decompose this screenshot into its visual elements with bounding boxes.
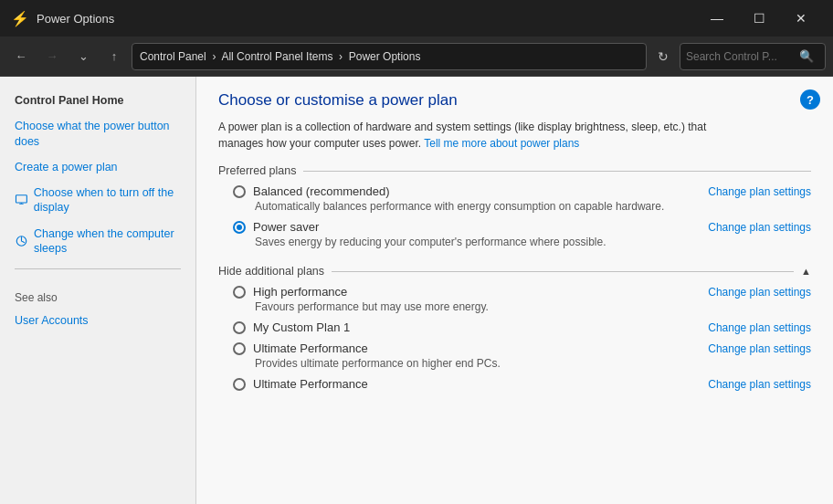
- plan-item-ultimate1: Ultimate Performance Change plan setting…: [233, 341, 811, 370]
- sidebar-item-create-plan[interactable]: Create a power plan: [0, 154, 195, 180]
- plan-label-highperf[interactable]: High performance: [233, 285, 347, 299]
- sidebar-item-sleep[interactable]: Change when the computer sleeps: [0, 221, 195, 262]
- change-plan-highperf[interactable]: Change plan settings: [708, 286, 811, 299]
- plan-name-custom: My Custom Plan 1: [253, 320, 350, 334]
- sleep-icon: [15, 233, 28, 249]
- plan-item-custom: My Custom Plan 1 Change plan settings: [233, 320, 811, 334]
- forward-button[interactable]: →: [38, 43, 66, 70]
- change-plan-custom[interactable]: Change plan settings: [708, 321, 811, 334]
- plan-item-balanced: Balanced (recommended) Change plan setti…: [233, 184, 811, 213]
- window-title: Power Options: [37, 12, 689, 26]
- plan-label-custom[interactable]: My Custom Plan 1: [233, 320, 350, 334]
- svg-rect-0: [16, 195, 26, 203]
- maximize-button[interactable]: ☐: [738, 0, 780, 37]
- plan-item-ultimate2: Ultimate Performance Change plan setting…: [233, 377, 811, 391]
- radio-powersaver[interactable]: [233, 221, 246, 234]
- radio-custom[interactable]: [233, 321, 246, 334]
- plan-label-ultimate2[interactable]: Ultimate Performance: [233, 377, 368, 391]
- dropdown-button[interactable]: ⌄: [69, 43, 97, 70]
- preferred-plans-label: Preferred plans: [218, 164, 296, 177]
- plan-row-custom: My Custom Plan 1 Change plan settings: [233, 320, 811, 334]
- window-controls: — ☐ ✕: [696, 0, 822, 37]
- plan-row-balanced: Balanced (recommended) Change plan setti…: [233, 184, 811, 198]
- change-plan-ultimate1[interactable]: Change plan settings: [708, 342, 811, 355]
- sidebar-item-power-button[interactable]: Choose what the power button does: [0, 113, 195, 154]
- up-button[interactable]: ↑: [100, 43, 128, 70]
- change-plan-powersaver[interactable]: Change plan settings: [708, 221, 811, 234]
- change-plan-balanced[interactable]: Change plan settings: [708, 185, 811, 198]
- radio-ultimate2[interactable]: [233, 378, 246, 391]
- content-area: ? Choose or customise a power plan A pow…: [196, 77, 833, 504]
- plan-item-powersaver: Power saver Change plan settings Saves e…: [233, 220, 811, 248]
- additional-plans-label: Hide additional plans: [218, 265, 324, 278]
- preferred-plans-header: Preferred plans: [218, 164, 811, 177]
- see-also-label: See also: [0, 277, 195, 308]
- address-input[interactable]: [132, 43, 647, 70]
- sidebar-home-label: Control Panel Home: [15, 93, 123, 108]
- plan-row-ultimate1: Ultimate Performance Change plan setting…: [233, 341, 811, 355]
- content-description: A power plan is a collection of hardware…: [218, 119, 730, 152]
- radio-balanced[interactable]: [233, 185, 246, 198]
- plan-row-ultimate2: Ultimate Performance Change plan setting…: [233, 377, 811, 391]
- search-icon: 🔍: [799, 49, 814, 63]
- plan-name-powersaver: Power saver: [253, 220, 319, 234]
- additional-plans-header: Hide additional plans ▲: [218, 265, 811, 278]
- plan-label-ultimate1[interactable]: Ultimate Performance: [233, 341, 368, 355]
- plan-row-powersaver: Power saver Change plan settings: [233, 220, 811, 234]
- main-content: Control Panel Home Choose what the power…: [0, 77, 833, 504]
- section-divider: [303, 171, 811, 172]
- learn-more-link[interactable]: Tell me more about power plans: [424, 137, 579, 150]
- plan-desc-ultimate1: Provides ultimate performance on higher …: [255, 357, 811, 370]
- plan-name-highperf: High performance: [253, 285, 347, 299]
- monitor-icon: [15, 192, 28, 208]
- close-button[interactable]: ✕: [780, 0, 822, 37]
- plan-desc-balanced: Automatically balances performance with …: [255, 200, 811, 213]
- minimize-button[interactable]: —: [696, 0, 738, 37]
- plan-item-highperf: High performance Change plan settings Fa…: [233, 285, 811, 313]
- address-bar: ← → ⌄ ↑ ↻ 🔍: [0, 37, 833, 77]
- change-plan-ultimate2[interactable]: Change plan settings: [708, 378, 811, 391]
- additional-section-divider: [332, 271, 794, 272]
- plan-name-balanced: Balanced (recommended): [253, 184, 390, 198]
- plan-desc-powersaver: Saves energy by reducing your computer's…: [255, 236, 811, 248]
- help-button[interactable]: ?: [800, 89, 820, 110]
- plan-desc-highperf: Favours performance but may use more ene…: [255, 300, 811, 313]
- sidebar-user-accounts-label: User Accounts: [15, 313, 89, 328]
- sidebar-display-label: Choose when to turn off the display: [34, 185, 181, 215]
- search-box: 🔍: [680, 43, 826, 70]
- svg-rect-1: [19, 204, 23, 205]
- radio-ultimate1[interactable]: [233, 342, 246, 355]
- plan-name-ultimate2: Ultimate Performance: [253, 377, 368, 391]
- search-input[interactable]: [686, 50, 796, 63]
- sidebar-item-home[interactable]: Control Panel Home: [0, 88, 195, 113]
- title-bar: ⚡ Power Options — ☐ ✕: [0, 0, 833, 37]
- plan-row-highperf: High performance Change plan settings: [233, 285, 811, 299]
- page-title: Choose or customise a power plan: [218, 91, 811, 110]
- sidebar-sleep-label: Change when the computer sleeps: [34, 226, 181, 257]
- sidebar-create-plan-label: Create a power plan: [15, 160, 118, 174]
- sidebar-divider: [15, 268, 181, 269]
- sidebar-item-display[interactable]: Choose when to turn off the display: [0, 180, 195, 221]
- plan-label-balanced[interactable]: Balanced (recommended): [233, 184, 390, 198]
- plan-label-powersaver[interactable]: Power saver: [233, 220, 319, 234]
- sidebar: Control Panel Home Choose what the power…: [0, 77, 196, 504]
- collapse-button[interactable]: ▲: [801, 266, 811, 277]
- back-button[interactable]: ←: [7, 43, 35, 70]
- sidebar-power-button-label: Choose what the power button does: [15, 119, 181, 149]
- app-icon: ⚡: [11, 10, 29, 27]
- sidebar-item-user-accounts[interactable]: User Accounts: [0, 308, 195, 333]
- plan-name-ultimate1: Ultimate Performance: [253, 341, 368, 355]
- refresh-button[interactable]: ↻: [650, 44, 676, 69]
- radio-highperf[interactable]: [233, 286, 246, 299]
